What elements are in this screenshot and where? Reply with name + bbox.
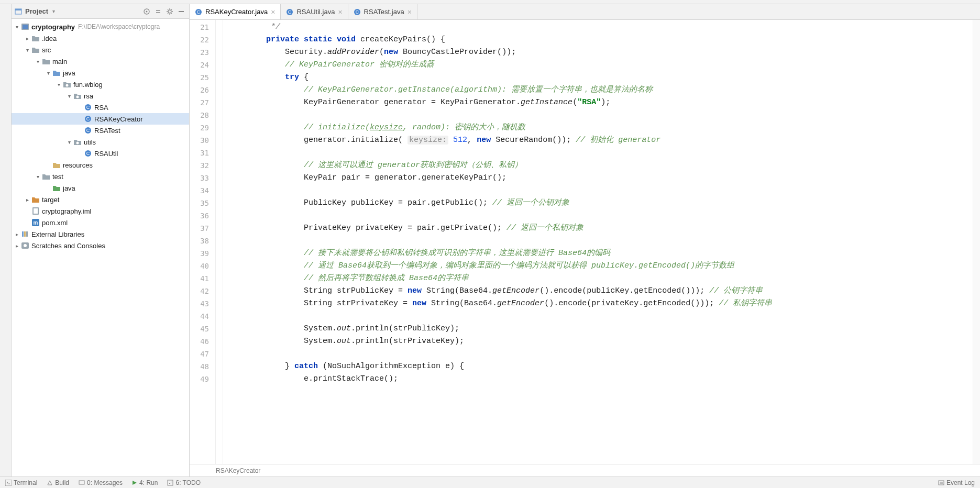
class-icon: C <box>286 8 293 16</box>
source-folder-icon <box>52 69 61 76</box>
scratches-icon <box>21 242 29 249</box>
collapse-all-icon[interactable] <box>153 7 163 16</box>
svg-rect-20 <box>34 208 38 214</box>
chevron-down-icon[interactable]: ▾ <box>24 47 30 53</box>
tree-node-rsautil[interactable]: ▸ C RSAUtil <box>12 148 189 159</box>
project-view-icon <box>15 8 22 15</box>
chevron-down-icon[interactable]: ▾ <box>14 24 20 30</box>
chevron-right-icon[interactable]: ▸ <box>24 36 30 41</box>
resources-folder-icon <box>52 161 61 169</box>
chevron-right-icon[interactable]: ▸ <box>14 243 20 249</box>
tree-node-rsakeycreator[interactable]: ▸ C RSAKeyCreator <box>12 113 189 125</box>
tab-rsakeycreator[interactable]: C RSAKeyCreator.java × <box>190 4 281 19</box>
svg-point-9 <box>76 95 79 98</box>
project-tree[interactable]: ▾ cryptography F:\IDEA\workspace\cryptog… <box>12 19 189 476</box>
tree-node-utils[interactable]: ▾ utils <box>12 136 189 148</box>
class-icon: C <box>84 115 92 123</box>
svg-rect-7 <box>23 25 28 29</box>
svg-text:C: C <box>86 128 90 133</box>
status-todo[interactable]: 6: TODO <box>167 479 201 486</box>
tab-label: RSATest.java <box>364 8 404 16</box>
status-event-log[interactable]: Event Log <box>938 479 975 486</box>
tree-node-package[interactable]: ▾ fun.wblog <box>12 79 189 90</box>
tree-node-src[interactable]: ▾ src <box>12 44 189 56</box>
tree-node-iml[interactable]: ▸ cryptography.iml <box>12 205 189 217</box>
tree-label: target <box>42 196 59 204</box>
tree-label: External Libraries <box>31 230 84 238</box>
line-number-gutter[interactable]: 21 22 23 24 25 26 27 28 29 30 31 32 33 3… <box>190 20 216 464</box>
ide-root: Project ▾ ▾ cryptography F:\IDEA\workspa… <box>0 0 980 488</box>
chevron-down-icon[interactable]: ▾ <box>52 8 55 14</box>
test-folder-icon <box>52 184 61 192</box>
editor-tabs: C RSAKeyCreator.java × C RSAUtil.java × … <box>190 4 980 20</box>
status-build[interactable]: Build <box>47 479 69 486</box>
chevron-down-icon[interactable]: ▾ <box>45 70 51 76</box>
close-icon[interactable]: × <box>338 8 342 16</box>
chevron-down-icon[interactable]: ▾ <box>35 174 41 180</box>
svg-rect-1 <box>15 9 21 10</box>
tree-node-java[interactable]: ▾ java <box>12 67 189 79</box>
package-icon <box>73 138 82 146</box>
iml-file-icon <box>31 207 40 215</box>
tree-node-rsa-pkg[interactable]: ▾ rsa <box>12 90 189 102</box>
chevron-down-icon[interactable]: ▾ <box>66 93 72 99</box>
status-run[interactable]: 4: Run <box>132 479 158 486</box>
svg-point-3 <box>146 10 148 12</box>
tree-node-pom[interactable]: ▸ m pom.xml <box>12 217 189 228</box>
folder-icon <box>42 173 50 180</box>
svg-text:m: m <box>34 220 38 226</box>
locate-icon[interactable] <box>142 7 151 16</box>
tree-label: cryptography.iml <box>42 207 91 215</box>
tree-node-rsa-class[interactable]: ▸ C RSA <box>12 102 189 113</box>
close-icon[interactable]: × <box>408 8 412 16</box>
module-icon <box>21 23 29 30</box>
tree-label: main <box>52 58 67 65</box>
tree-label: Scratches and Consoles <box>31 242 105 250</box>
status-terminal[interactable]: Terminal <box>5 479 37 486</box>
tree-node-main[interactable]: ▾ main <box>12 56 189 67</box>
svg-point-16 <box>76 141 79 144</box>
status-messages[interactable]: 0: Messages <box>79 479 123 486</box>
svg-text:C: C <box>86 105 90 110</box>
library-icon <box>21 230 29 238</box>
tree-node-rsatest[interactable]: ▸ C RSATest <box>12 125 189 136</box>
tree-label: rsa <box>84 92 93 100</box>
close-icon[interactable]: × <box>271 8 275 16</box>
chevron-right-icon[interactable]: ▸ <box>24 197 30 203</box>
hide-icon[interactable] <box>177 7 186 16</box>
svg-rect-37 <box>939 481 944 485</box>
tree-node-target[interactable]: ▸ target <box>12 194 189 205</box>
class-icon: C <box>84 104 92 111</box>
tree-node-external-libs[interactable]: ▸ External Libraries <box>12 228 189 240</box>
tree-node-scratches[interactable]: ▸ Scratches and Consoles <box>12 240 189 251</box>
svg-text:C: C <box>288 9 292 15</box>
main-area: Project ▾ ▾ cryptography F:\IDEA\workspa… <box>0 4 980 476</box>
chevron-right-icon[interactable]: ▸ <box>14 231 20 237</box>
tree-node-resources[interactable]: ▸ resources <box>12 159 189 171</box>
class-icon: C <box>354 8 361 16</box>
fold-gutter[interactable] <box>216 20 223 464</box>
scrollbar-marker-strip[interactable] <box>973 20 980 464</box>
breadcrumb-item[interactable]: RSAKeyCreator <box>216 467 260 474</box>
svg-text:C: C <box>86 151 90 156</box>
code-editor[interactable]: */ private static void createKeyPairs() … <box>223 20 973 464</box>
svg-text:C: C <box>355 9 359 15</box>
chevron-down-icon[interactable]: ▾ <box>35 59 41 64</box>
tree-node-test[interactable]: ▾ test <box>12 171 189 182</box>
tree-label: java <box>63 184 75 192</box>
tree-node-idea[interactable]: ▸ .idea <box>12 32 189 44</box>
tab-rsatest[interactable]: C RSATest.java × <box>348 4 417 19</box>
breadcrumb-bar[interactable]: RSAKeyCreator <box>190 464 980 476</box>
left-tool-rail[interactable] <box>0 4 12 476</box>
chevron-down-icon[interactable]: ▾ <box>66 139 72 145</box>
editor-body: 21 22 23 24 25 26 27 28 29 30 31 32 33 3… <box>190 20 980 464</box>
tree-node-test-java[interactable]: ▸ java <box>12 182 189 194</box>
tree-label: RSATest <box>94 127 120 135</box>
tree-label: cryptography <box>31 23 75 31</box>
tab-rsautil[interactable]: C RSAUtil.java × <box>281 4 348 19</box>
svg-point-8 <box>66 84 69 86</box>
tree-node-root[interactable]: ▾ cryptography F:\IDEA\workspace\cryptog… <box>12 21 189 32</box>
gear-icon[interactable] <box>165 7 174 16</box>
tree-label: RSAKeyCreator <box>94 115 142 123</box>
chevron-down-icon[interactable]: ▾ <box>56 82 62 87</box>
